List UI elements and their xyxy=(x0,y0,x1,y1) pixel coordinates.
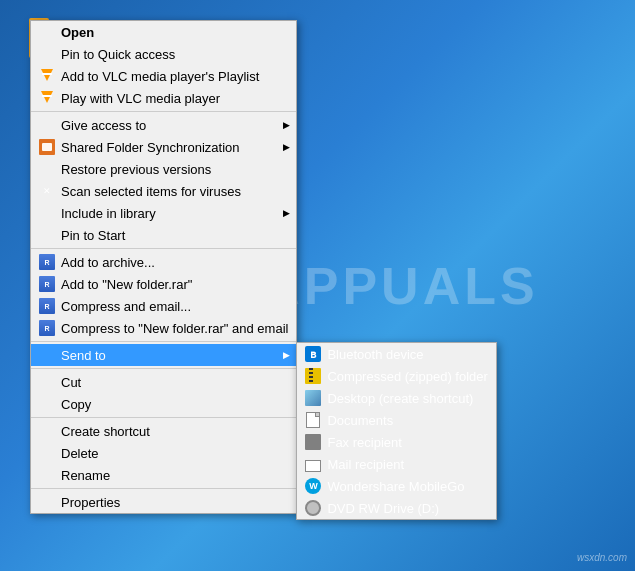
include-lib-icon xyxy=(37,205,57,221)
restore-icon xyxy=(37,161,57,177)
rename-icon xyxy=(37,467,57,483)
scan-icon: ✕ xyxy=(37,183,57,199)
submenu-item-desktop[interactable]: Desktop (create shortcut) xyxy=(297,387,495,409)
fax-icon xyxy=(303,434,323,450)
give-access-icon xyxy=(37,117,57,133)
documents-icon xyxy=(303,412,323,428)
menu-item-scan[interactable]: ✕ Scan selected items for viruses xyxy=(31,180,296,202)
cut-icon xyxy=(37,374,57,390)
menu-item-add-archive[interactable]: R Add to archive... xyxy=(31,251,296,273)
separator-1 xyxy=(31,111,296,112)
submenu-item-fax[interactable]: Fax recipient xyxy=(297,431,495,453)
rar-icon-4: R xyxy=(37,320,57,336)
separator-5 xyxy=(31,417,296,418)
create-shortcut-icon xyxy=(37,423,57,439)
menu-item-pin-start[interactable]: Pin to Start xyxy=(31,224,296,246)
submenu-item-bluetooth[interactable]: ʙ Bluetooth device xyxy=(297,343,495,365)
vlc-play-icon xyxy=(37,90,57,106)
menu-item-compress-rar-email[interactable]: R Compress to "New folder.rar" and email xyxy=(31,317,296,339)
pin-icon xyxy=(37,46,57,62)
submenu-item-mail[interactable]: Mail recipient xyxy=(297,453,495,475)
pin-start-icon xyxy=(37,227,57,243)
submenu-item-dvd[interactable]: DVD RW Drive (D:) xyxy=(297,497,495,519)
menu-item-vlc-playlist[interactable]: Add to VLC media player's Playlist xyxy=(31,65,296,87)
menu-item-compress-email[interactable]: R Compress and email... xyxy=(31,295,296,317)
context-menu: Open Pin to Quick access Add to VLC medi… xyxy=(30,20,297,514)
mail-icon xyxy=(303,456,323,472)
menu-item-pin-quick[interactable]: Pin to Quick access xyxy=(31,43,296,65)
menu-item-send-to[interactable]: Send to ʙ Bluetooth device Compressed (z… xyxy=(31,344,296,366)
menu-item-give-access[interactable]: Give access to xyxy=(31,114,296,136)
separator-3 xyxy=(31,341,296,342)
mobilego-icon: W xyxy=(303,478,323,494)
menu-item-create-shortcut[interactable]: Create shortcut xyxy=(31,420,296,442)
shared-sync-icon xyxy=(37,139,57,155)
vlc-playlist-icon xyxy=(37,68,57,84)
copy-icon xyxy=(37,396,57,412)
rar-icon-2: R xyxy=(37,276,57,292)
menu-item-include-lib[interactable]: Include in library xyxy=(31,202,296,224)
submenu-item-mobilego[interactable]: W Wondershare MobileGo xyxy=(297,475,495,497)
menu-item-vlc-play[interactable]: Play with VLC media player xyxy=(31,87,296,109)
separator-6 xyxy=(31,488,296,489)
send-to-icon xyxy=(37,347,57,363)
open-icon xyxy=(37,24,57,40)
menu-item-cut[interactable]: Cut xyxy=(31,371,296,393)
appuals-watermark: APPUALS xyxy=(262,256,538,316)
rar-icon-1: R xyxy=(37,254,57,270)
separator-4 xyxy=(31,368,296,369)
separator-2 xyxy=(31,248,296,249)
wsxdn-watermark: wsxdn.com xyxy=(577,552,627,563)
desktop-shortcut-icon xyxy=(303,390,323,406)
menu-item-copy[interactable]: Copy xyxy=(31,393,296,415)
menu-item-shared-sync[interactable]: Shared Folder Synchronization xyxy=(31,136,296,158)
menu-item-properties[interactable]: Properties xyxy=(31,491,296,513)
desktop: New f... APPUALS Open Pin to Quick acces… xyxy=(0,0,635,571)
menu-item-add-rar[interactable]: R Add to "New folder.rar" xyxy=(31,273,296,295)
menu-item-rename[interactable]: Rename xyxy=(31,464,296,486)
zip-icon xyxy=(303,368,323,384)
send-to-submenu: ʙ Bluetooth device Compressed (zipped) f… xyxy=(296,342,496,520)
rar-icon-3: R xyxy=(37,298,57,314)
dvd-icon xyxy=(303,500,323,516)
menu-item-open[interactable]: Open xyxy=(31,21,296,43)
properties-icon xyxy=(37,494,57,510)
menu-item-delete[interactable]: Delete xyxy=(31,442,296,464)
delete-icon xyxy=(37,445,57,461)
menu-item-restore[interactable]: Restore previous versions xyxy=(31,158,296,180)
bluetooth-icon: ʙ xyxy=(303,346,323,362)
submenu-item-documents[interactable]: Documents xyxy=(297,409,495,431)
submenu-item-zip[interactable]: Compressed (zipped) folder xyxy=(297,365,495,387)
